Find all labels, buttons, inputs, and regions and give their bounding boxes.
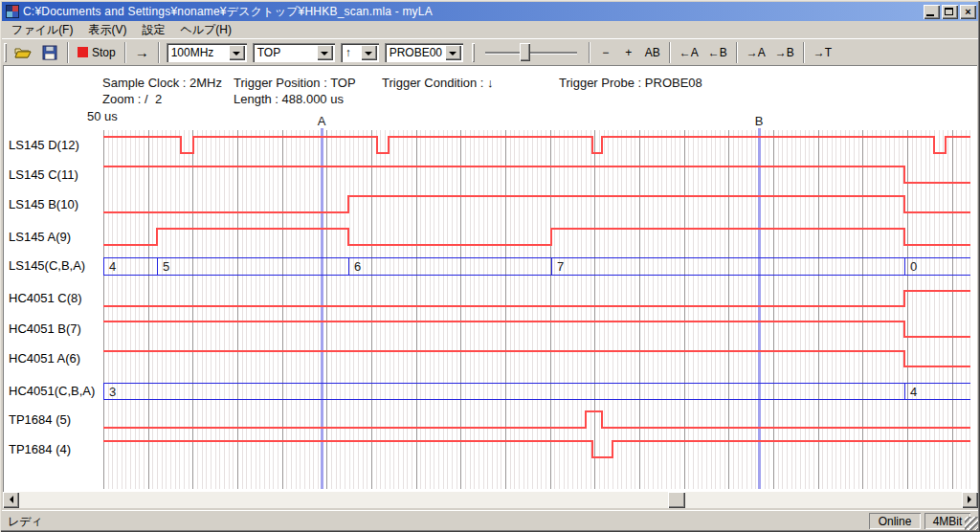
toolbar-separator <box>67 42 69 63</box>
trigger-probe-select-value: PROBE00 <box>385 43 445 62</box>
title-bar[interactable]: C:¥Documents and Settings¥noname¥デスクトップ¥… <box>2 2 978 21</box>
sample-rate-select[interactable]: 100MHz <box>167 43 247 62</box>
trigger-position-select-value: TOP <box>253 43 317 62</box>
maximize-button[interactable] <box>942 5 958 19</box>
waveform-plot[interactable]: AB4567034 <box>103 114 970 489</box>
sample-clock-text: Sample Clock : 2MHz <box>102 76 222 90</box>
sample-rate-select-value: 100MHz <box>167 43 229 62</box>
right-arrow-icon <box>968 496 975 503</box>
status-bar: レディ Online 4MBit <box>2 510 978 530</box>
app-window: C:¥Documents and Settings¥noname¥デスクトップ¥… <box>0 0 980 532</box>
left-arrow-icon <box>6 496 13 503</box>
trigger-probe-text: Trigger Probe : PROBE08 <box>559 76 702 90</box>
stop-label: Stop <box>92 46 116 59</box>
toolbar-button-[interactable]: + <box>617 42 640 63</box>
toolbar-button-ab[interactable]: AB <box>640 42 665 63</box>
bus-value: 5 <box>163 259 169 274</box>
menu-item[interactable]: 設定 <box>134 21 172 39</box>
signal-label: HC4051(C,B,A) <box>9 384 95 398</box>
open-folder-icon <box>14 45 32 60</box>
minimize-icon <box>926 14 934 16</box>
cursor-label-A: A <box>318 114 326 128</box>
cursor-A[interactable]: A <box>318 114 326 489</box>
toolbar-button-groups: −+AB←A←B→A→B→T <box>585 42 836 63</box>
resize-grip-icon[interactable] <box>965 517 978 530</box>
signal-label: LS145 B(10) <box>9 197 78 211</box>
menu-item[interactable]: ヘルプ(H) <box>172 21 239 39</box>
trigger-edge-select[interactable]: ↑ <box>341 43 379 62</box>
bus-value: 0 <box>910 259 917 274</box>
menu-item[interactable]: 表示(V) <box>80 21 134 39</box>
bus-value: 4 <box>910 385 917 399</box>
trigger-position-text: Trigger Position : TOP <box>234 76 356 90</box>
signal-label: TP1684 (5) <box>9 412 71 427</box>
scroll-left-button[interactable] <box>3 492 19 508</box>
chevron-down-icon[interactable] <box>229 45 245 60</box>
trigger-position-select[interactable]: TOP <box>253 43 335 62</box>
zoom-slider[interactable] <box>485 42 577 63</box>
signal-label: LS145 A(9) <box>9 230 71 244</box>
scroll-right-button[interactable] <box>962 492 978 508</box>
save-floppy-icon <box>41 45 58 60</box>
toolbar-button-b[interactable]: →B <box>770 42 799 63</box>
toolbar-button-t[interactable]: →T <box>809 42 836 63</box>
status-online-panel: Online <box>869 513 921 529</box>
chevron-down-icon[interactable] <box>361 45 377 60</box>
cursor-label-B: B <box>755 114 764 128</box>
status-memory-panel: 4MBit <box>924 513 970 529</box>
bus-value: 3 <box>109 385 116 399</box>
save-file-button[interactable] <box>36 42 63 63</box>
close-button[interactable]: × <box>960 5 976 19</box>
scrollbar-thumb[interactable] <box>668 492 685 508</box>
waveform-client-area: Sample Clock : 2MHz Trigger Position : T… <box>3 65 977 492</box>
zoom-text: Zoom : / 2 <box>102 92 162 106</box>
length-text: Length : 488.000 us <box>234 92 344 106</box>
run-button[interactable]: → <box>130 42 154 63</box>
status-ready-text: レディ <box>8 514 43 530</box>
menu-item[interactable]: ファイル(F) <box>4 21 80 39</box>
stop-icon <box>78 47 88 57</box>
chevron-down-icon[interactable] <box>445 45 461 60</box>
toolbar-separator <box>669 42 671 63</box>
signal-label: HC4051 B(7) <box>9 321 81 336</box>
signal-label: HC4051 C(8) <box>9 291 82 305</box>
bus-value: 7 <box>557 259 564 274</box>
minimize-button[interactable] <box>924 5 940 19</box>
toolbar-button-a[interactable]: →A <box>742 42 770 63</box>
app-icon <box>6 5 19 18</box>
slider-track <box>485 52 577 54</box>
trigger-condition-text: Trigger Condition : ↓ <box>382 76 494 90</box>
chevron-down-icon[interactable] <box>317 45 333 60</box>
toolbar-grip[interactable] <box>472 43 475 62</box>
toolbar-separator <box>589 42 590 63</box>
signal-label: TP1684 (4) <box>9 442 71 456</box>
toolbar: Stop → 100MHzTOP↑PROBE00 −+AB←A←B→A→B→T <box>2 38 978 65</box>
open-file-button[interactable] <box>10 42 36 63</box>
run-arrow-icon: → <box>135 44 149 60</box>
bus-value: 6 <box>354 259 361 274</box>
trigger-probe-select[interactable]: PROBE00 <box>385 43 463 62</box>
stop-button[interactable]: Stop <box>73 42 121 63</box>
signal-label: LS145 D(12) <box>9 138 79 152</box>
toolbar-separator <box>124 42 126 63</box>
horizontal-scrollbar[interactable] <box>3 492 978 508</box>
toolbar-separator <box>158 42 160 63</box>
toolbar-button-[interactable]: − <box>594 42 617 63</box>
toolbar-separator <box>736 42 738 63</box>
maximize-icon <box>945 8 953 15</box>
signal-label: HC4051 A(6) <box>9 351 80 366</box>
trigger-edge-select-value: ↑ <box>341 43 361 62</box>
toolbar-button-b[interactable]: ←B <box>703 42 732 63</box>
menu-bar: ファイル(F)表示(V)設定ヘルプ(H) <box>2 22 978 38</box>
toolbar-grip[interactable] <box>4 43 7 62</box>
window-title: C:¥Documents and Settings¥noname¥デスクトップ¥… <box>23 4 920 20</box>
signal-label: LS145 C(11) <box>9 167 78 182</box>
signal-label: LS145(C,B,A) <box>9 258 85 273</box>
toolbar-button-a[interactable]: ←A <box>675 42 703 63</box>
grid-lines <box>104 130 970 489</box>
toolbar-separator <box>803 42 805 63</box>
slider-thumb[interactable] <box>520 43 530 61</box>
bus-value: 4 <box>109 259 116 274</box>
window-controls: × <box>924 5 976 19</box>
toolbar-combos: 100MHzTOP↑PROBE00 <box>164 43 466 62</box>
